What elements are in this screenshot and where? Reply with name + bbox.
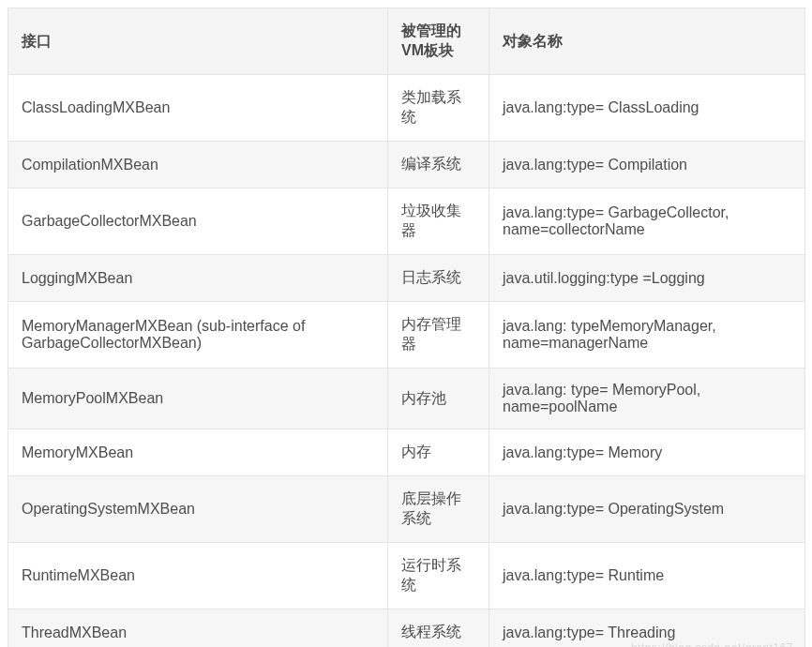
cell-object-name: java.util.logging:type =Logging xyxy=(489,255,805,302)
header-vm-module: 被管理的VM板块 xyxy=(388,8,489,75)
table-row: MemoryManagerMXBean (sub-interface of Ga… xyxy=(8,302,805,369)
cell-vm-module: 运行时系统 xyxy=(388,543,489,609)
cell-object-name: java.lang:type= OperatingSystem xyxy=(489,476,805,543)
table-row: ThreadMXBean 线程系统 java.lang:type= Thread… xyxy=(8,609,805,648)
cell-object-name: java.lang:type= Memory xyxy=(489,429,805,476)
cell-object-name: java.lang:type= Threading xyxy=(489,609,805,648)
cell-interface: MemoryPoolMXBean xyxy=(8,369,388,429)
cell-interface: ClassLoadingMXBean xyxy=(8,75,388,142)
cell-interface: RuntimeMXBean xyxy=(8,543,388,609)
table-row: MemoryMXBean 内存 java.lang:type= Memory xyxy=(8,429,805,476)
mxbean-table: 接口 被管理的VM板块 对象名称 ClassLoadingMXBean 类加载系… xyxy=(8,8,805,647)
cell-interface: LoggingMXBean xyxy=(8,255,388,302)
cell-interface: OperatingSystemMXBean xyxy=(8,476,388,543)
cell-vm-module: 日志系统 xyxy=(388,255,489,302)
cell-interface: MemoryMXBean xyxy=(8,429,388,476)
cell-vm-module: 内存池 xyxy=(388,369,489,429)
cell-vm-module: 内存管理器 xyxy=(388,302,489,369)
table-row: RuntimeMXBean 运行时系统 java.lang:type= Runt… xyxy=(8,543,805,609)
cell-vm-module: 编译系统 xyxy=(388,142,489,188)
cell-interface: ThreadMXBean xyxy=(8,609,388,648)
cell-object-name: java.lang:type= ClassLoading xyxy=(489,75,805,142)
cell-object-name: java.lang:type= GarbageCollector, name=c… xyxy=(489,188,805,255)
cell-vm-module: 垃圾收集器 xyxy=(388,188,489,255)
header-object-name: 对象名称 xyxy=(489,8,805,75)
table-row: GarbageCollectorMXBean 垃圾收集器 java.lang:t… xyxy=(8,188,805,255)
table-header: 接口 被管理的VM板块 对象名称 xyxy=(8,8,805,75)
cell-vm-module: 内存 xyxy=(388,429,489,476)
cell-interface: CompilationMXBean xyxy=(8,142,388,188)
cell-vm-module: 底层操作系统 xyxy=(388,476,489,543)
cell-vm-module: 线程系统 xyxy=(388,609,489,648)
cell-interface: MemoryManagerMXBean (sub-interface of Ga… xyxy=(8,302,388,369)
table-row: ClassLoadingMXBean 类加载系统 java.lang:type=… xyxy=(8,75,805,142)
header-interface: 接口 xyxy=(8,8,388,75)
table-row: MemoryPoolMXBean 内存池 java.lang: type= Me… xyxy=(8,369,805,429)
cell-interface: GarbageCollectorMXBean xyxy=(8,188,388,255)
table-row: OperatingSystemMXBean 底层操作系统 java.lang:t… xyxy=(8,476,805,543)
cell-object-name: java.lang:type= Compilation xyxy=(489,142,805,188)
table-body: ClassLoadingMXBean 类加载系统 java.lang:type=… xyxy=(8,75,805,648)
table-row: CompilationMXBean 编译系统 java.lang:type= C… xyxy=(8,142,805,188)
cell-object-name: java.lang: type= MemoryPool, name=poolNa… xyxy=(489,369,805,429)
cell-object-name: java.lang:type= Runtime xyxy=(489,543,805,609)
cell-vm-module: 类加载系统 xyxy=(388,75,489,142)
table-row: LoggingMXBean 日志系统 java.util.logging:typ… xyxy=(8,255,805,302)
cell-object-name: java.lang: typeMemoryManager, name=manag… xyxy=(489,302,805,369)
